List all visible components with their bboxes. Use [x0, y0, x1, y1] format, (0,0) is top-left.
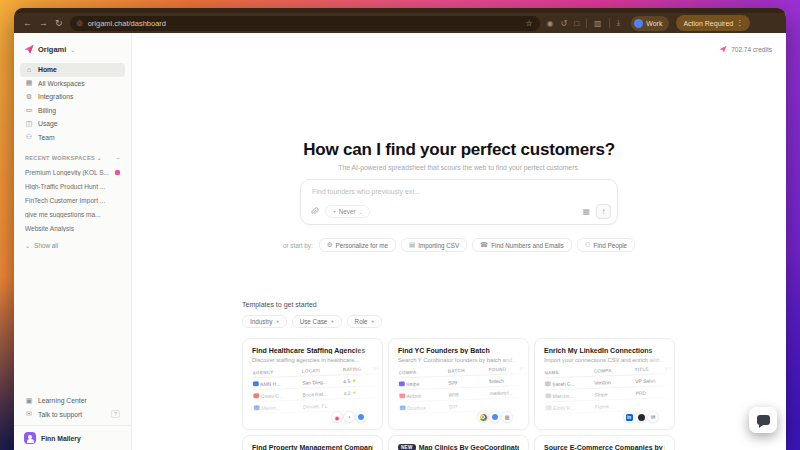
sidebar-item-home[interactable]: ⌂Home [20, 63, 125, 77]
team-icon: ⚇ [25, 133, 33, 141]
mini-table-cell: Sarah C... [545, 379, 594, 387]
credits-chip[interactable]: 702.74 credits [719, 45, 772, 53]
filter-industry[interactable]: Industry▾ [242, 315, 287, 328]
prompt-composer[interactable]: Find founders who previously exi... ◔ Ne… [300, 179, 618, 225]
mini-table-header: RATING [343, 366, 373, 372]
schedule-dropdown[interactable]: ◔ Never ⌄ [325, 205, 370, 218]
workspace-item[interactable]: High-Traffic Product Hunt ... [14, 179, 131, 193]
workspace-item[interactable]: give me suggestions ma... [14, 207, 131, 221]
collapse-icon[interactable]: – [117, 155, 120, 161]
chevron-down-icon: ▾ [372, 319, 374, 324]
mini-table-cell: Denver, FL [303, 402, 344, 409]
show-all-button[interactable]: ⌄ Show all [14, 235, 131, 256]
extension-icon[interactable]: □ [574, 19, 579, 28]
mini-table-cell: Cross C... [253, 391, 302, 399]
user-menu[interactable]: Finn Mallery [14, 425, 131, 450]
site-info-icon[interactable]: ◎ [77, 19, 83, 27]
overlay-icon-circle [636, 412, 646, 422]
mini-table-cell: San Dieg... [302, 378, 343, 385]
extensions-bar: ◉ ↺ □ ▥ ⤓ [547, 18, 621, 28]
template-cards-row1: Find Healthcare Staffing AgenciesDiscove… [242, 338, 774, 430]
template-card[interactable]: Find Property Management Companies [242, 435, 383, 450]
chat-widget-button[interactable] [749, 407, 777, 433]
side-panel-icon[interactable]: ▥ [594, 19, 602, 28]
sidebar-item-all-workspaces[interactable]: ▦All Workspaces [20, 77, 125, 91]
mini-table-cell: VP Sales [635, 377, 665, 384]
sidebar-item-team[interactable]: ⚇Team [20, 131, 125, 145]
workspace-item[interactable]: Website Analysis [14, 221, 131, 235]
template-card[interactable]: Find Healthcare Staffing AgenciesDiscove… [242, 338, 383, 430]
url-bar[interactable]: ◎ origami.chat/dashboard ☆ [70, 16, 540, 31]
browser-profile-chip[interactable]: Work [631, 16, 669, 31]
extension-icon[interactable]: ◉ [547, 19, 554, 28]
show-all-label: Show all [34, 242, 58, 249]
mini-table-cell: S07 [449, 402, 490, 409]
quick-chip-find-numbers-and-emails[interactable]: ☎Find Numbers and Emails [472, 238, 572, 252]
template-card[interactable]: Enrich My LinkedIn ConnectionsImport you… [534, 338, 675, 430]
brand[interactable]: Origami ⌄ [14, 33, 131, 63]
mini-table-cell: W08 [448, 390, 489, 397]
billing-icon: ▭ [25, 106, 33, 114]
favicon-chip [400, 405, 406, 411]
filter-label: Role [355, 318, 368, 325]
workspaces-icon: ▦ [25, 79, 33, 87]
kebab-menu-icon[interactable]: ⋮ [736, 19, 743, 27]
favicon-chip [545, 381, 551, 387]
mini-table-header: AGENCY [252, 369, 301, 376]
sidebar-item-learning-center[interactable]: ▣Learning Center [20, 394, 125, 408]
back-icon[interactable]: ← [23, 19, 32, 28]
sidebar-item-label: Billing [38, 107, 56, 114]
quick-chip-personalize-for-me[interactable]: ⚙Personalize for me [319, 238, 396, 252]
chevron-down-icon[interactable]: ⌄ [70, 46, 75, 53]
table-view-icon[interactable]: ▦ [582, 207, 590, 216]
download-icon[interactable]: ⤓ [617, 18, 621, 28]
cell-text: Marcus... [553, 392, 574, 399]
mini-table-cell: PRD [635, 389, 665, 396]
overlay-icon-circle: ✉ [648, 412, 658, 422]
main-content: 702.74 credits How can I find your perfe… [132, 33, 786, 450]
browser-window: ← → ↻ ◎ origami.chat/dashboard ☆ ◉ ↺ □ ▥… [14, 8, 786, 450]
template-card[interactable]: NEWMap Clinics By GeoCoordinates [388, 435, 529, 450]
chip-label: Find Numbers and Emails [491, 242, 563, 249]
workspace-item[interactable]: Premium Longevity (KOL S... [14, 165, 131, 179]
preview-overlay-icons: ▦ [478, 412, 512, 422]
template-card[interactable]: Find YC Founders by BatchSearch Y Combin… [388, 338, 529, 430]
overlay-icon-circle: ▦ [502, 412, 512, 422]
template-card[interactable]: Source E-Commerce Companies by Niche [534, 435, 675, 450]
desktop: ← → ↻ ◎ origami.chat/dashboard ☆ ◉ ↺ □ ▥… [0, 0, 800, 450]
overlay-icon-circle [478, 412, 488, 422]
mini-table-preview: AGENCYLOCATIRATINGWEBSIAMN H...San Dieg.… [252, 364, 383, 415]
arrow-up-icon: ↑ [602, 207, 606, 216]
home-icon: ⌂ [25, 66, 33, 73]
submit-button[interactable]: ↑ [596, 204, 611, 219]
attach-icon[interactable] [310, 207, 319, 216]
filter-use-case[interactable]: Use Case▾ [292, 315, 342, 328]
workspace-item[interactable]: FinTech Customer Import ... [14, 193, 131, 207]
forward-icon[interactable]: → [39, 19, 48, 28]
cell-text: 4.2 [343, 389, 350, 395]
sidebar-item-integrations[interactable]: ⚙Integrations [20, 90, 125, 104]
cell-text: W08 [448, 391, 458, 397]
bookmark-star-icon[interactable]: ☆ [525, 19, 532, 28]
sidebar-item-usage[interactable]: ◫Usage [20, 117, 125, 131]
user-name: Finn Mallery [41, 435, 81, 442]
cell-text: VP Sales [635, 377, 656, 384]
reload-icon[interactable]: ↻ [55, 19, 63, 28]
cell-text: Cross C... [261, 392, 283, 399]
sidebar-item-label: Home [38, 66, 57, 73]
quick-chip-importing-csv[interactable]: ▤Importing CSV [401, 238, 467, 252]
extension-icon[interactable]: ↺ [561, 19, 568, 28]
prompt-input[interactable]: Find founders who previously exi... [312, 188, 420, 195]
clock-icon: ◔ [332, 208, 336, 215]
cell-text: Stripe [594, 391, 607, 397]
quick-chip-find-people[interactable]: ⚇Find People [577, 238, 635, 252]
cell-text: Emily R... [553, 404, 575, 411]
sidebar-item-talk-to-support[interactable]: ✉Talk to support? [20, 408, 125, 422]
action-required-button[interactable]: Action Required ⋮ [676, 15, 750, 31]
filter-role[interactable]: Role▾ [347, 315, 382, 328]
template-card-title-text: Find Property Management Companies [252, 444, 373, 450]
favicon-chip [253, 393, 259, 399]
usage-icon: ◫ [25, 120, 33, 128]
mini-table-cell: Figma [595, 402, 636, 409]
sidebar-item-billing[interactable]: ▭Billing [20, 104, 125, 118]
